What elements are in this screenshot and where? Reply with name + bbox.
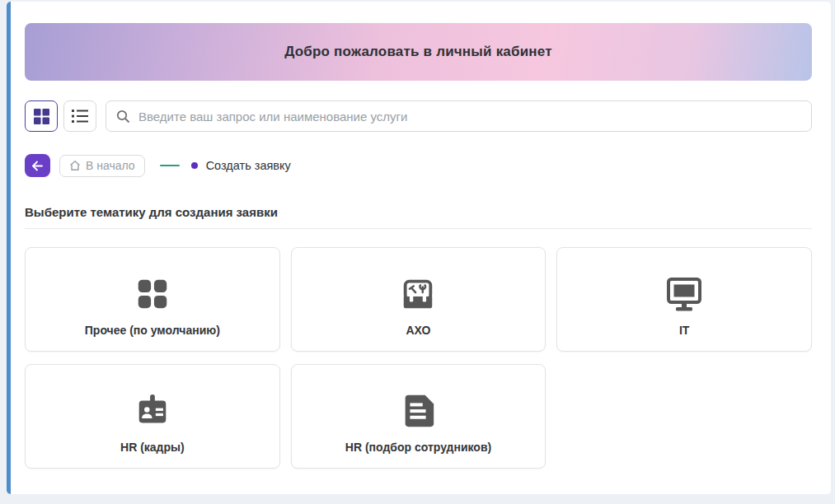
category-card-label: Прочее (по умолчанию) [85,324,220,337]
search-field[interactable] [106,100,812,132]
list-view-icon [72,109,88,124]
breadcrumb-home-label: В начало [86,159,135,172]
main-panel: Добро пожаловать в личный кабинет [7,2,831,494]
breadcrumb: В начало Создать заявку [25,154,812,177]
welcome-banner: Добро пожаловать в личный кабинет [25,23,812,81]
category-grid: Прочее (по умолчанию) [25,247,812,469]
category-card-label: АХО [406,324,431,337]
section-title: Выберите тематику для создания заявки [25,205,812,219]
search-icon [116,110,130,124]
breadcrumb-current: Создать заявку [206,159,291,172]
breadcrumb-home[interactable]: В начало [59,155,145,177]
category-card-hr-podbor[interactable]: HR (подбор сотрудников) [291,364,547,469]
grid-view-toggle[interactable] [25,100,58,132]
category-card-other[interactable]: Прочее (по умолчанию) [25,247,280,352]
monitor-icon [664,273,704,315]
category-card-label: HR (кадры) [120,441,185,454]
id-badge-icon [134,390,171,432]
document-icon [399,390,437,432]
grid-squares-icon [134,273,171,315]
back-button[interactable] [25,154,50,177]
toolbar [25,100,812,132]
breadcrumb-bullet-icon [191,162,198,169]
category-card-label: HR (подбор сотрудников) [345,441,491,454]
welcome-banner-title: Добро пожаловать в личный кабинет [284,44,552,60]
home-icon [69,160,81,171]
grid-view-icon [34,109,49,124]
search-input[interactable] [138,110,801,124]
content-area: Добро пожаловать в личный кабинет [11,2,831,494]
category-card-label: IT [679,324,689,337]
category-card-it[interactable]: IT [556,247,812,352]
list-view-toggle[interactable] [63,100,96,132]
toolbox-icon [399,273,437,315]
category-card-hr-kadry[interactable]: HR (кадры) [25,364,280,469]
breadcrumb-separator [160,165,180,166]
category-card-aho[interactable]: АХО [291,247,547,352]
arrow-left-icon [31,161,44,171]
section-divider [25,228,812,229]
